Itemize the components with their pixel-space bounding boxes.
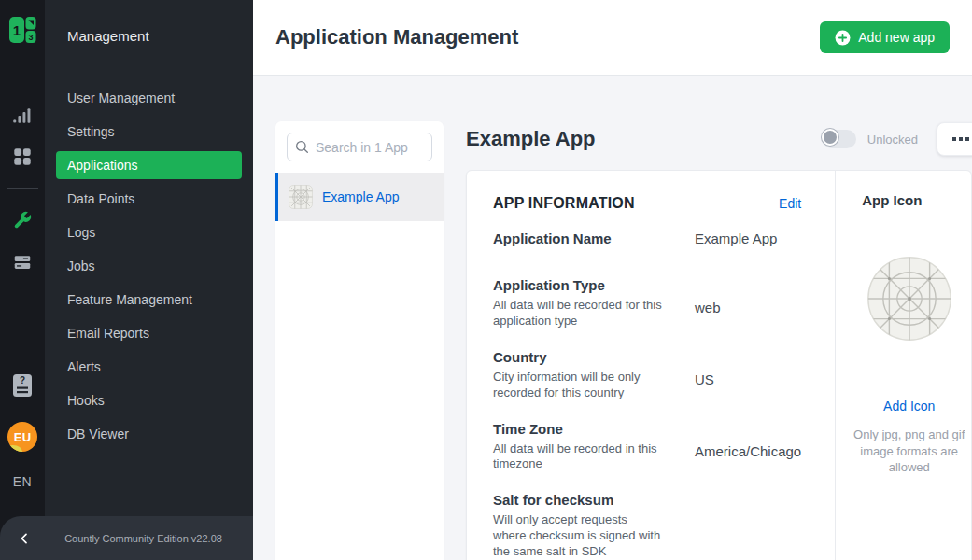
- analytics-icon[interactable]: [11, 105, 34, 127]
- add-icon-link[interactable]: Add Icon: [836, 399, 972, 413]
- field-value: US: [695, 371, 714, 401]
- field-time-zone: Time Zone All data will be recorded in t…: [493, 421, 801, 473]
- dashboards-grid-icon[interactable]: [11, 146, 34, 168]
- app-list-item-label: Example App: [322, 189, 400, 204]
- sidebar-item-hooks[interactable]: Hooks: [45, 384, 253, 417]
- field-value: America/Chicago: [695, 443, 801, 473]
- lock-toggle[interactable]: [823, 130, 856, 148]
- sidebar-footer: Countly Community Edition v22.08: [0, 516, 253, 560]
- app-information-pane: APP INFORMATION Edit Application Name Ex…: [467, 171, 835, 560]
- field-description: All data will be recorded for this appli…: [493, 298, 663, 329]
- edit-link[interactable]: Edit: [779, 196, 801, 211]
- app-search: [287, 133, 432, 161]
- help-icon[interactable]: ?: [10, 373, 35, 398]
- content-area: Example App Example App Unlocked: [253, 76, 972, 560]
- app-icon-pane: App Icon: [835, 171, 972, 560]
- app-icon-placeholder: [866, 255, 953, 343]
- kebab-menu-icon: [952, 137, 956, 141]
- add-new-app-label: Add new app: [858, 30, 935, 45]
- app-placeholder-icon: [289, 185, 313, 209]
- sidebar-item-user-management[interactable]: User Management: [45, 81, 253, 115]
- chevron-left-icon: [17, 531, 32, 546]
- version-label: Countly Community Edition v22.08: [49, 533, 253, 544]
- search-icon: [295, 140, 309, 154]
- app-icon-title: App Icon: [836, 192, 972, 208]
- add-new-app-button[interactable]: Add new app: [820, 21, 950, 53]
- app-list-item-example-app[interactable]: Example App: [275, 173, 444, 221]
- sidebar-item-db-viewer[interactable]: DB Viewer: [45, 417, 253, 451]
- icon-rail: 1 3: [0, 0, 45, 560]
- sidebar-item-logs[interactable]: Logs: [45, 216, 253, 249]
- svg-text:1: 1: [13, 22, 21, 38]
- countly-logo[interactable]: 1 3: [4, 11, 41, 49]
- field-label: Country: [493, 349, 695, 365]
- countly-logo-icon: 1 3: [8, 16, 36, 44]
- field-country: Country City information will be only re…: [493, 349, 801, 401]
- detail-header: Example App Unlocked: [466, 119, 972, 159]
- management-wrench-icon[interactable]: [11, 209, 34, 231]
- sidebar-item-jobs[interactable]: Jobs: [45, 249, 253, 283]
- sidebar-item-email-reports[interactable]: Email Reports: [45, 316, 253, 350]
- field-application-type: Application Type All data will be record…: [493, 277, 801, 329]
- field-description: Will only accept requests where checksum…: [493, 512, 663, 560]
- field-label: Application Name: [493, 231, 695, 246]
- page-header: Application Management Add new app: [253, 0, 972, 76]
- app-list-panel: Example App: [275, 121, 444, 560]
- collapse-sidebar-button[interactable]: [0, 531, 49, 546]
- field-value: Example App: [695, 231, 777, 246]
- svg-text:3: 3: [28, 33, 33, 42]
- field-label: Salt for checksum: [493, 492, 695, 508]
- field-description: All data will be recorded in this timezo…: [493, 441, 663, 473]
- main-area: Application Management Add new app: [253, 0, 972, 560]
- sidebar-item-applications[interactable]: Applications: [56, 151, 242, 179]
- sidebar-item-feature-management[interactable]: Feature Management: [45, 283, 253, 316]
- section-title: APP INFORMATION: [493, 195, 779, 212]
- toggle-knob: [822, 129, 838, 146]
- data-server-icon[interactable]: [11, 251, 34, 273]
- field-application-name: Application Name Example App: [493, 231, 801, 246]
- field-value: web: [695, 300, 721, 329]
- icon-format-hint: Only jpg, png and gif image formats are …: [852, 427, 966, 476]
- more-options-button[interactable]: [937, 122, 972, 156]
- app-detail-card: APP INFORMATION Edit Application Name Ex…: [466, 170, 972, 560]
- management-sidebar: Management User Management Settings Appl…: [45, 0, 253, 560]
- rail-divider: [7, 188, 38, 189]
- page-title: Application Management: [275, 25, 820, 49]
- avatar-accent: [7, 445, 22, 452]
- lock-toggle-label: Unlocked: [867, 133, 918, 147]
- management-menu: User Management Settings Applications Da…: [45, 81, 253, 451]
- field-description: City information will be only recorded f…: [493, 370, 663, 401]
- sidebar-item-data-points[interactable]: Data Points: [45, 182, 253, 216]
- sidebar-item-settings[interactable]: Settings: [45, 115, 253, 148]
- sidebar-title: Management: [45, 0, 253, 44]
- avatar-initials: EU: [14, 430, 32, 444]
- field-label: Time Zone: [493, 421, 695, 437]
- field-label: Application Type: [493, 277, 695, 293]
- avatar[interactable]: EU: [7, 422, 37, 452]
- app-root: 1 3: [0, 0, 972, 560]
- language-switcher[interactable]: EN: [13, 474, 32, 489]
- detail-title: Example App: [466, 127, 596, 151]
- field-salt-for-checksum: Salt for checksum Will only accept reque…: [493, 492, 801, 560]
- svg-text:?: ?: [20, 375, 25, 385]
- sidebar-item-alerts[interactable]: Alerts: [45, 350, 253, 384]
- plus-circle-icon: [835, 30, 851, 46]
